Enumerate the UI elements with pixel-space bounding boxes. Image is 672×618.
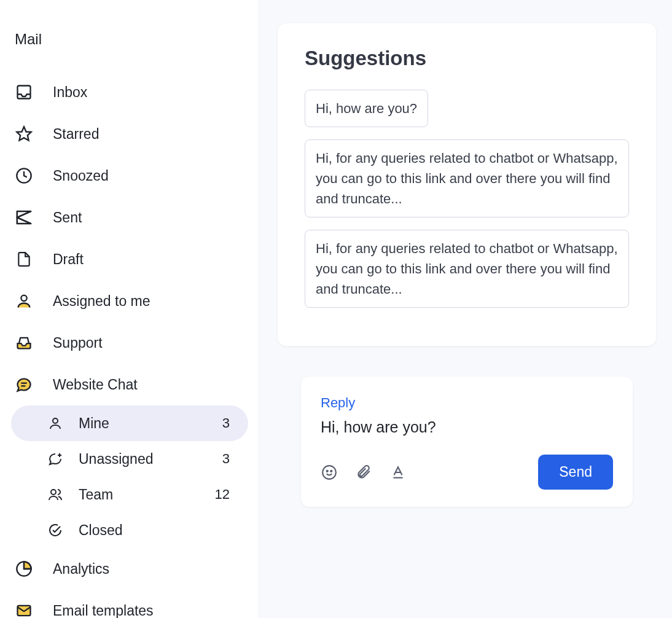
reply-toolbar: Send xyxy=(321,455,613,490)
sidebar-item-label: Sent xyxy=(53,209,247,226)
send-icon xyxy=(14,207,34,228)
person-icon xyxy=(47,415,64,432)
sidebar: Mail Inbox Starred Snoozed Sent Draft xyxy=(0,0,258,618)
star-icon xyxy=(14,123,34,144)
sub-item-mine[interactable]: Mine 3 xyxy=(11,405,248,441)
file-icon xyxy=(14,249,34,270)
clock-icon xyxy=(14,165,34,186)
envelope-icon xyxy=(14,600,34,618)
sidebar-item-label: Analytics xyxy=(53,561,247,577)
sidebar-item-label: Support xyxy=(53,335,247,351)
reply-input[interactable]: Hi, how are you? xyxy=(321,418,613,436)
svg-point-6 xyxy=(53,418,58,423)
sub-item-label: Unassigned xyxy=(79,451,208,467)
sidebar-item-email-templates[interactable]: Email templates xyxy=(11,590,253,618)
send-button[interactable]: Send xyxy=(538,455,613,490)
check-circle-icon xyxy=(47,522,64,539)
inbox-icon xyxy=(14,82,34,103)
reply-card: Reply Hi, how are you? Send xyxy=(301,377,633,507)
emoji-icon[interactable] xyxy=(321,464,338,481)
sub-item-label: Team xyxy=(79,487,200,503)
suggestion-chip[interactable]: Hi, how are you? xyxy=(305,90,428,127)
sidebar-item-support[interactable]: Support xyxy=(11,322,253,364)
sidebar-item-label: Starred xyxy=(53,126,247,143)
sidebar-item-assigned[interactable]: Assigned to me xyxy=(11,280,253,322)
svg-point-10 xyxy=(322,466,336,479)
sidebar-item-website-chat[interactable]: Website Chat xyxy=(11,364,253,405)
sub-item-label: Mine xyxy=(79,415,208,432)
sidebar-item-inbox[interactable]: Inbox xyxy=(11,71,253,113)
suggestion-chip[interactable]: Hi, for any queries related to chatbot o… xyxy=(305,230,629,308)
sidebar-item-starred[interactable]: Starred xyxy=(11,113,253,155)
sidebar-item-snoozed[interactable]: Snoozed xyxy=(11,155,253,197)
people-icon xyxy=(47,486,64,503)
sub-item-label: Closed xyxy=(79,522,215,539)
sidebar-title: Mail xyxy=(11,31,253,48)
sidebar-item-label: Website Chat xyxy=(53,377,247,393)
suggestion-chip[interactable]: Hi, for any queries related to chatbot o… xyxy=(305,139,629,217)
sub-item-unassigned[interactable]: Unassigned 3 xyxy=(11,441,248,477)
chat-icon xyxy=(14,374,34,395)
svg-marker-1 xyxy=(17,127,31,140)
svg-point-7 xyxy=(51,490,56,495)
suggestions-card: Suggestions Hi, how are you? Hi, for any… xyxy=(278,23,656,346)
sub-item-closed[interactable]: Closed xyxy=(11,512,248,548)
sub-item-count: 12 xyxy=(215,487,230,503)
svg-point-11 xyxy=(327,470,328,471)
sidebar-item-label: Inbox xyxy=(53,84,247,101)
svg-point-3 xyxy=(21,295,26,301)
sidebar-item-analytics[interactable]: Analytics xyxy=(11,548,253,590)
piechart-icon xyxy=(14,558,34,579)
person-icon xyxy=(14,291,34,311)
sub-item-team[interactable]: Team 12 xyxy=(11,477,248,512)
text-format-icon[interactable] xyxy=(389,464,407,481)
reply-label: Reply xyxy=(321,395,613,411)
sub-item-count: 3 xyxy=(222,415,230,431)
sub-item-count: 3 xyxy=(222,451,230,467)
reply-icons xyxy=(321,464,407,481)
sidebar-item-label: Draft xyxy=(53,251,247,268)
sub-items: Mine 3 Unassigned 3 Team 12 Closed xyxy=(11,405,253,548)
tray-icon xyxy=(14,332,34,353)
attachment-icon[interactable] xyxy=(355,464,372,481)
main-area: Suggestions Hi, how are you? Hi, for any… xyxy=(258,0,672,618)
sidebar-item-label: Snoozed xyxy=(53,168,247,184)
svg-point-12 xyxy=(330,470,332,471)
suggestions-title: Suggestions xyxy=(305,47,629,70)
sidebar-item-sent[interactable]: Sent xyxy=(11,197,253,238)
chat-plus-icon xyxy=(47,450,64,467)
sidebar-item-draft[interactable]: Draft xyxy=(11,238,253,280)
sidebar-item-label: Email templates xyxy=(53,603,247,619)
sidebar-item-label: Assigned to me xyxy=(53,293,247,310)
